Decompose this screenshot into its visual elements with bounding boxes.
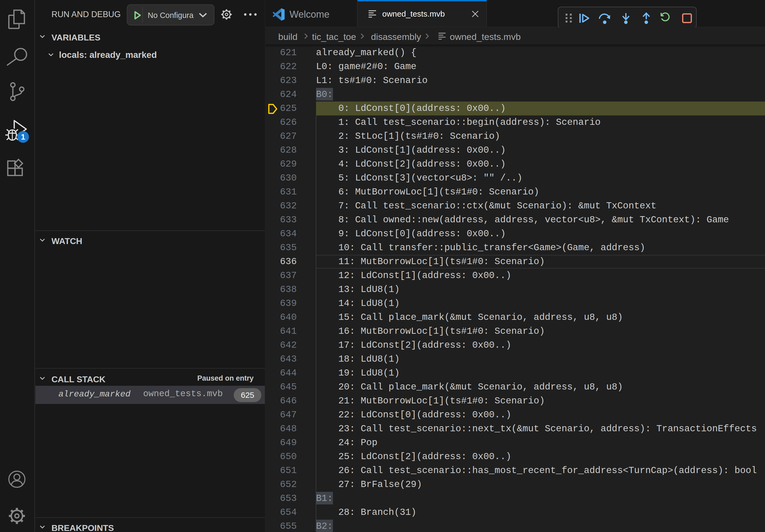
svg-text:1: 1: [21, 133, 25, 141]
